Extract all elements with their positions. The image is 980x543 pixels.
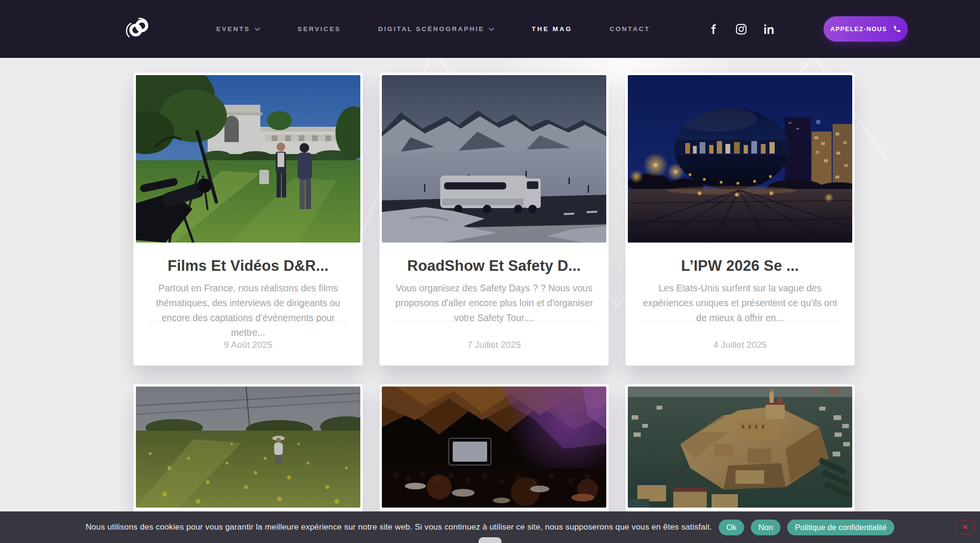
cookie-non-button[interactable]: Non — [751, 520, 780, 535]
facebook-icon[interactable] — [706, 22, 721, 36]
post-thumbnail-tournage[interactable] — [136, 75, 360, 243]
instagram-icon[interactable] — [734, 22, 748, 36]
post-card-films-videos[interactable]: Films Et Vidéos D&R... Partout en France… — [134, 73, 363, 366]
divider — [395, 321, 593, 321]
post-excerpt: Vous organisez des Safety Days ? ? Nous … — [394, 281, 594, 325]
nav-item-events[interactable]: EVENTS — [216, 25, 260, 33]
post-card-roadshow[interactable]: RoadShow Et Safety D... Vous organisez d… — [379, 73, 609, 366]
post-thumbnail-grotte[interactable] — [382, 387, 606, 508]
cookie-ok-button[interactable]: Ok — [719, 520, 744, 535]
post-date: 9 Août 2025 — [134, 340, 363, 350]
post-thumbnail-chicago[interactable] — [628, 75, 852, 243]
post-excerpt: Partout en France, nous réalisons des fi… — [148, 281, 348, 340]
social-links — [706, 0, 776, 58]
blog-post-grid: Films Et Vidéos D&R... Partout en France… — [134, 73, 855, 543]
cta-label: APPELEZ-NOUS — [830, 25, 887, 33]
nav-label: EVENTS — [216, 25, 250, 33]
post-thumbnail-roadshow[interactable] — [382, 75, 606, 243]
nav-item-services[interactable]: SERVICES — [298, 25, 341, 33]
post-title[interactable]: Films Et Vidéos D&R... — [141, 257, 356, 275]
chevron-down-icon — [255, 27, 260, 31]
post-thumbnail-citadelle[interactable] — [628, 387, 852, 508]
post-title[interactable]: RoadShow Et Safety D... — [387, 257, 601, 275]
close-icon[interactable]: ✕ — [956, 520, 975, 534]
nav-item-the-mag[interactable]: THE MAG — [532, 25, 572, 33]
post-date: 4 Juillet 2025 — [625, 340, 855, 350]
post-excerpt: Les Etats-Unis surfent sur la vague des … — [640, 281, 840, 325]
page: EVENTS SERVICES DIGITAL SCÉNOGRAPHIE THE… — [0, 0, 980, 543]
post-title[interactable]: L’IPW 2026 Se ... — [633, 257, 847, 275]
navbar: EVENTS SERVICES DIGITAL SCÉNOGRAPHIE THE… — [0, 0, 980, 58]
nav-item-digital-scenographie[interactable]: DIGITAL SCÉNOGRAPHIE — [378, 25, 494, 33]
chevron-down-icon — [489, 27, 494, 31]
nav-item-contact[interactable]: CONTACT — [610, 25, 650, 33]
appelez-nous-button[interactable]: APPELEZ-NOUS — [824, 16, 908, 42]
nav-label: CONTACT — [610, 25, 650, 33]
spiral-logo-icon[interactable] — [125, 16, 152, 41]
post-card-ipw-2026[interactable]: L’IPW 2026 Se ... Les Etats-Unis surfent… — [625, 73, 855, 366]
nav-label: SERVICES — [298, 25, 341, 33]
divider — [149, 321, 347, 321]
nav-label: DIGITAL SCÉNOGRAPHIE — [378, 25, 484, 33]
phone-icon — [893, 25, 901, 33]
divider — [641, 321, 839, 321]
linkedin-icon[interactable] — [762, 22, 776, 36]
cookie-policy-button[interactable]: Politique de confidentialité — [787, 520, 894, 535]
nav-label: THE MAG — [532, 25, 572, 33]
post-date: 7 Juillet 2025 — [379, 340, 609, 350]
main-navigation: EVENTS SERVICES DIGITAL SCÉNOGRAPHIE THE… — [216, 0, 650, 58]
consent-tab[interactable] — [479, 537, 501, 543]
cookie-message: Nous utilisons des cookies pour vous gar… — [86, 522, 712, 532]
post-thumbnail-champ[interactable] — [136, 387, 360, 508]
